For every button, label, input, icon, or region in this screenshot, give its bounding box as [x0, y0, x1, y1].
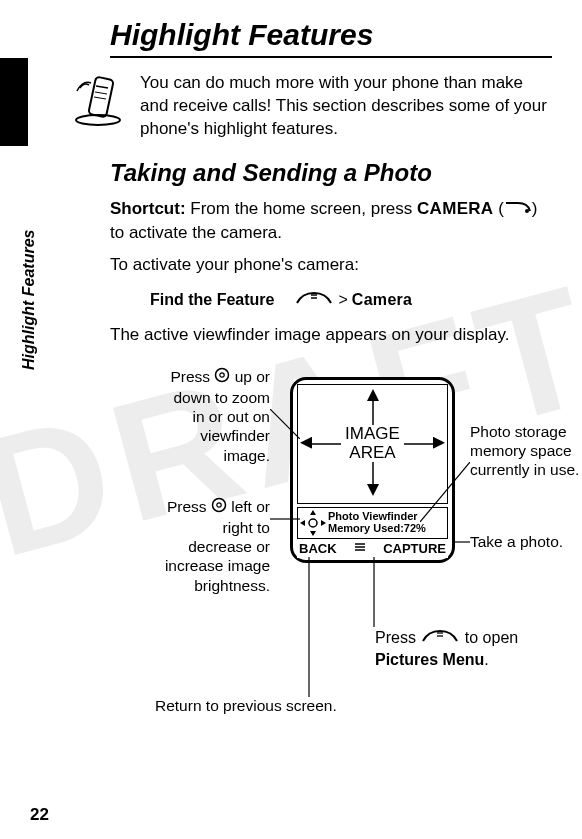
pm-dot: . — [484, 651, 488, 668]
intro-text: You can do much more with your phone tha… — [140, 72, 552, 141]
cz-l4: viewfinder — [200, 427, 270, 444]
svg-rect-1 — [88, 77, 114, 118]
cz-l1b: up or — [235, 368, 270, 385]
info-line2: Memory Used:72% — [328, 523, 445, 535]
svg-point-25 — [212, 499, 225, 512]
callout-zoom: Press up or down to zoom in or out on vi… — [110, 367, 270, 466]
svg-marker-18 — [321, 520, 326, 526]
viewfinder-text: The active viewfinder image appears on y… — [110, 323, 552, 347]
side-section-label: Highlight Features — [20, 230, 38, 370]
callout-storage: Photo storage memory space currently in … — [470, 422, 582, 480]
shortcut-label: Shortcut: — [110, 199, 186, 218]
page-content: Highlight Features Highlight Features Yo… — [0, 0, 582, 747]
cb-l1b: left or — [231, 498, 270, 515]
pm-post: to open — [460, 629, 518, 646]
cb-l2: right to — [223, 519, 270, 536]
shortcut-text-before: From the home screen, press — [186, 199, 417, 218]
shortcut-paragraph: Shortcut: From the home screen, press CA… — [110, 197, 552, 245]
softkey-bar: BACK CAPTURE — [297, 541, 448, 558]
intro-row: You can do much more with your phone tha… — [70, 72, 552, 141]
svg-line-4 — [94, 97, 106, 99]
cb-l5: brightness. — [194, 577, 270, 594]
image-area-l1: IMAGE — [345, 424, 400, 443]
cz-l1: Press — [170, 368, 210, 385]
cb-l1: Press — [167, 498, 207, 515]
callout-return-line — [305, 557, 313, 697]
menu-item-camera: Camera — [352, 291, 413, 309]
callout-take-photo: Take a photo. — [470, 532, 582, 551]
page-number: 22 — [30, 805, 49, 825]
menu-gt: > — [338, 291, 347, 309]
svg-point-14 — [309, 519, 317, 527]
svg-line-28 — [420, 462, 470, 522]
softkey-back: BACK — [299, 541, 337, 556]
svg-point-23 — [220, 373, 224, 377]
section-tab — [0, 58, 28, 146]
svg-point-5 — [525, 209, 529, 213]
shortcut-text-after: to activate the camera. — [110, 223, 282, 242]
pm-label: Pictures Menu — [375, 651, 484, 668]
cz-l5: image. — [223, 447, 270, 464]
viewfinder-diagram: IMAGE AREA Photo Viewfinder Memor — [70, 367, 552, 727]
find-feature-row: Find the Feature > Camera — [150, 289, 552, 311]
svg-marker-15 — [310, 510, 316, 515]
phone-sketch-icon — [70, 72, 126, 128]
pm-pre: Press — [375, 629, 420, 646]
callout-take-line — [452, 540, 470, 544]
right-softkey-icon — [504, 197, 532, 221]
softkey-capture: CAPTURE — [383, 541, 446, 556]
page-title: Highlight Features — [110, 18, 552, 58]
camera-key-label: CAMERA — [417, 199, 493, 218]
callout-pictures-line — [370, 557, 378, 627]
svg-line-3 — [95, 92, 107, 94]
cs-l1: Photo storage — [470, 423, 567, 440]
menu-key-icon — [294, 289, 334, 311]
menu-path: > Camera — [294, 289, 412, 311]
nav-key-icon — [211, 497, 227, 517]
menu-key-icon — [420, 628, 460, 650]
callout-storage-line — [420, 462, 470, 522]
cs-l2: memory space — [470, 442, 572, 459]
svg-point-22 — [216, 369, 229, 382]
find-feature-label: Find the Feature — [150, 291, 274, 309]
cz-l2: down to zoom — [174, 389, 271, 406]
svg-marker-17 — [300, 520, 305, 526]
svg-point-26 — [217, 503, 221, 507]
cb-l4: increase image — [165, 557, 270, 574]
svg-marker-16 — [310, 531, 316, 536]
callout-zoom-line — [270, 409, 300, 439]
svg-line-24 — [270, 409, 300, 439]
cb-l3: decrease or — [188, 538, 270, 555]
callout-brightness: Press left or right to decrease or incre… — [110, 497, 270, 596]
image-area-l2: AREA — [349, 443, 395, 462]
nav-cross-icon — [300, 510, 326, 536]
activate-text: To activate your phone's camera: — [110, 253, 552, 277]
section-heading: Taking and Sending a Photo — [110, 159, 552, 187]
svg-line-2 — [96, 86, 108, 88]
cz-l3: in or out on — [192, 408, 270, 425]
softkey-menu-icon — [353, 542, 367, 554]
callout-pictures-menu: Press to open Pictures Menu. — [375, 627, 582, 671]
callout-return: Return to previous screen. — [155, 697, 337, 715]
cs-l3: currently in use. — [470, 461, 579, 478]
callout-brightness-line — [270, 517, 300, 521]
nav-key-icon — [214, 367, 230, 387]
